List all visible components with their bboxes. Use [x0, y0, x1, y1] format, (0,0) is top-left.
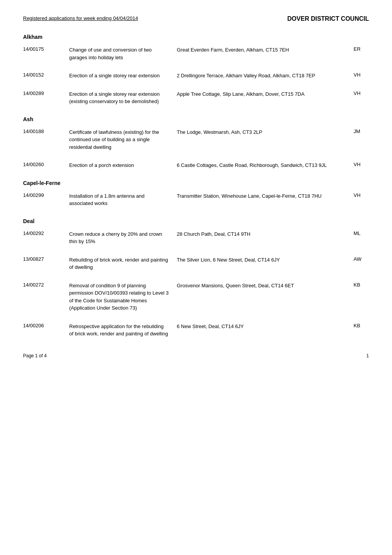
- app-code: ML: [354, 230, 369, 236]
- app-address: 6 Castle Cottages, Castle Road, Richboro…: [177, 162, 354, 169]
- app-number: 14/00272: [23, 282, 69, 288]
- app-description: Removal of condition 9 of planning permi…: [69, 282, 177, 312]
- app-address: Great Everden Farm, Everden, Alkham, CT1…: [177, 46, 354, 54]
- app-address: 2 Drellingore Terrace, Alkham Valley Roa…: [177, 72, 354, 80]
- app-code: VH: [354, 192, 369, 198]
- app-address: Grosvenor Mansions, Queen Street, Deal, …: [177, 282, 354, 290]
- section-heading-capel-le-ferne: Capel-le-Ferne: [23, 180, 369, 186]
- app-description: Installation of a 1.8m antenna and assoc…: [69, 192, 177, 207]
- page-header: Registered applications for week ending …: [23, 15, 369, 22]
- application-row: 14/00272Removal of condition 9 of planni…: [23, 282, 369, 312]
- app-number: 14/00188: [23, 128, 69, 134]
- application-row: 14/00152Erection of a single storey rear…: [23, 72, 369, 80]
- page-footer: Page 1 of 4 1: [23, 353, 369, 358]
- application-row: 14/00292Crown reduce a cherry by 20% and…: [23, 230, 369, 245]
- app-address: Transmitter Station, Winehouse Lane, Cap…: [177, 192, 354, 200]
- app-address: The Silver Lion, 6 New Street, Deal, CT1…: [177, 256, 354, 264]
- section-heading-deal: Deal: [23, 218, 369, 224]
- application-row: 14/00289Erection of a single storey rear…: [23, 90, 369, 105]
- application-row: 14/00188Certificate of lawfulness (exist…: [23, 128, 369, 151]
- app-number: 14/00299: [23, 192, 69, 198]
- app-address: 28 Church Path, Deal, CT14 9TH: [177, 230, 354, 238]
- app-address: 6 New Street, Deal, CT14 6JY: [177, 323, 354, 330]
- app-code: JM: [354, 128, 369, 134]
- application-row: 14/00260Erection of a porch extension6 C…: [23, 162, 369, 169]
- header-link[interactable]: Registered applications for week ending …: [23, 15, 138, 21]
- application-row: 13/00827Rebuilding of brick work, render…: [23, 256, 369, 271]
- app-number: 14/00152: [23, 72, 69, 78]
- app-number: 13/00827: [23, 256, 69, 262]
- application-row: 14/00175Change of use and conversion of …: [23, 46, 369, 61]
- app-description: Certificate of lawfulness (existing) for…: [69, 128, 177, 151]
- section-heading-alkham: Alkham: [23, 34, 369, 40]
- app-description: Erection of a single storey rear extensi…: [69, 72, 177, 80]
- app-number: 14/00206: [23, 323, 69, 328]
- app-code: KB: [354, 323, 369, 328]
- app-number: 14/00289: [23, 90, 69, 96]
- app-description: Erection of a porch extension: [69, 162, 177, 169]
- app-address: The Lodge, Westmarsh, Ash, CT3 2LP: [177, 128, 354, 136]
- app-number: 14/00292: [23, 230, 69, 236]
- app-code: VH: [354, 162, 369, 167]
- app-number: 14/00260: [23, 162, 69, 167]
- app-description: Retrospective application for the rebuil…: [69, 323, 177, 338]
- app-code: AW: [354, 256, 369, 262]
- app-number: 14/00175: [23, 46, 69, 52]
- app-address: Apple Tree Cottage, Slip Lane, Alkham, D…: [177, 90, 354, 98]
- application-row: 14/00299Installation of a 1.8m antenna a…: [23, 192, 369, 207]
- page-info: Page 1 of 4: [23, 353, 47, 358]
- app-code: KB: [354, 282, 369, 288]
- app-code: VH: [354, 72, 369, 78]
- app-description: Erection of a single storey rear extensi…: [69, 90, 177, 105]
- sections-container: Alkham14/00175Change of use and conversi…: [23, 34, 369, 338]
- app-description: Rebuilding of brick work, render and pai…: [69, 256, 177, 271]
- app-code: VH: [354, 90, 369, 96]
- app-description: Change of use and conversion of two gara…: [69, 46, 177, 61]
- app-description: Crown reduce a cherry by 20% and crown t…: [69, 230, 177, 245]
- app-code: ER: [354, 46, 369, 52]
- page-number: 1: [366, 353, 369, 358]
- council-name: DOVER DISTRICT COUNCIL: [287, 15, 369, 22]
- section-heading-ash: Ash: [23, 116, 369, 122]
- application-row: 14/00206Retrospective application for th…: [23, 323, 369, 338]
- header-link-container[interactable]: Registered applications for week ending …: [23, 15, 138, 21]
